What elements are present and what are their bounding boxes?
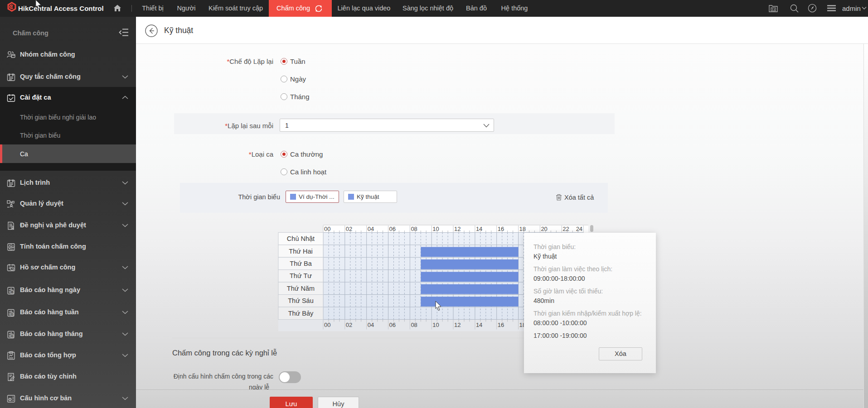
- svg-text:10: 10: [432, 226, 439, 232]
- svg-text:22: 22: [563, 226, 569, 232]
- svg-text:18: 18: [519, 226, 526, 232]
- svg-text:D: D: [11, 290, 13, 293]
- svg-text:Chủ Nhật: Chủ Nhật: [287, 235, 315, 242]
- svg-text:08: 08: [411, 226, 417, 232]
- svg-text:06: 06: [389, 322, 396, 328]
- svg-text:Thứ Hai: Thứ Hai: [289, 248, 312, 255]
- svg-text:W: W: [10, 312, 14, 316]
- svg-text:02: 02: [346, 322, 352, 328]
- svg-text:00: 00: [324, 226, 330, 232]
- svg-text:Thứ Sáu: Thứ Sáu: [288, 297, 313, 304]
- svg-text:Thứ Năm: Thứ Năm: [287, 285, 315, 292]
- svg-text:Thứ Ba: Thứ Ba: [290, 260, 312, 267]
- svg-text:M: M: [11, 334, 13, 337]
- svg-text:04: 04: [368, 226, 374, 232]
- svg-text:02: 02: [346, 226, 352, 232]
- svg-text:10: 10: [432, 322, 439, 328]
- svg-text:16: 16: [498, 322, 504, 328]
- svg-text:16: 16: [498, 226, 504, 232]
- svg-text:00: 00: [324, 322, 330, 328]
- svg-text:Thứ Tư: Thứ Tư: [290, 272, 312, 279]
- svg-text:04: 04: [368, 322, 374, 328]
- svg-text:24: 24: [576, 226, 582, 232]
- svg-text:08: 08: [411, 322, 417, 328]
- svg-text:12: 12: [454, 226, 461, 232]
- svg-text:20: 20: [541, 226, 547, 232]
- svg-text:14: 14: [476, 226, 482, 232]
- svg-text:14: 14: [476, 322, 482, 328]
- svg-text:Thứ Bảy: Thứ Bảy: [288, 310, 314, 317]
- svg-text:12: 12: [454, 322, 461, 328]
- svg-text:06: 06: [389, 226, 396, 232]
